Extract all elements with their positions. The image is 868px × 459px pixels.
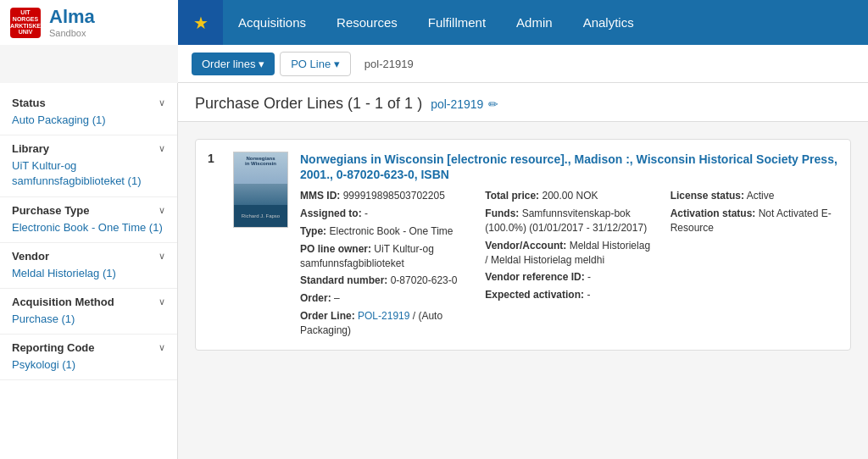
type-row: Type: Electronic Book - One Time xyxy=(300,224,468,239)
po-line-owner-label: PO line owner: xyxy=(300,243,371,255)
alma-logo: Alma Sandbox xyxy=(49,7,95,37)
book-cover-bottom: Richard J. Fapso xyxy=(234,205,287,227)
results-area: 1 Norwegiansin Wisconsin Richard J. Faps… xyxy=(178,122,868,359)
vendor-account-row: Vendor/Account: Meldal Historielag / Mel… xyxy=(485,239,653,268)
po-line-owner-row: PO line owner: UiT Kultur-og samfunnsfag… xyxy=(300,242,468,271)
sidebar-section-status: Status ∨ Auto Packaging (1) xyxy=(0,90,177,135)
nav-item-acquisitions[interactable]: Acquisitions xyxy=(223,0,321,45)
vendor-reference-id-value: - xyxy=(587,271,591,283)
item-number: 1 xyxy=(208,152,221,338)
sidebar-status-title: Status xyxy=(12,97,46,109)
total-price-row: Total price: 200.00 NOK xyxy=(485,189,653,203)
vendor-account-label: Vendor/Account: xyxy=(485,240,566,252)
pol-link[interactable]: pol-21919 xyxy=(431,97,483,111)
sidebar-section-vendor-header[interactable]: Vendor ∨ xyxy=(12,250,165,263)
sidebar-acquisition-method-title: Acquisition Method xyxy=(12,296,114,308)
expected-activation-value: - xyxy=(587,289,590,301)
sidebar-section-status-header[interactable]: Status ∨ xyxy=(12,97,165,109)
vendor-reference-id-label: Vendor reference ID: xyxy=(485,271,584,283)
activation-status-label: Activation status: xyxy=(670,207,756,219)
sidebar-section-purchase-type: Purchase Type ∨ Electronic Book - One Ti… xyxy=(0,197,177,243)
chevron-down-icon: ∨ xyxy=(159,342,165,353)
sidebar-section-reporting-code: Reporting Code ∨ Psykologi (1) xyxy=(0,335,177,380)
activation-status-row: Activation status: Not Activated E-Resou… xyxy=(670,207,838,235)
alma-text: Alma xyxy=(49,7,95,27)
order-row: Order: – xyxy=(300,291,468,306)
sidebar-section-acquisition-method-header[interactable]: Acquisition Method ∨ xyxy=(12,296,165,308)
expected-activation-row: Expected activation: - xyxy=(485,288,653,302)
content-area: Purchase Order Lines (1 - 1 of 1 ) pol-2… xyxy=(178,83,868,459)
page-subtitle: pol-21919 ✏ xyxy=(431,97,498,111)
breadcrumb-bar: Order lines ▾ PO Line ▾ pol-21919 xyxy=(178,45,868,83)
field-col-2: Total price: 200.00 NOK Funds: Samfunnsv… xyxy=(485,189,653,337)
table-row: 1 Norwegiansin Wisconsin Richard J. Faps… xyxy=(195,139,851,351)
logo-area: UITNORGESARKTISKEUNIV Alma Sandbox xyxy=(0,0,178,45)
item-fields: MMS ID: 999919898503702205 Assigned to: … xyxy=(300,189,838,337)
order-value: – xyxy=(334,292,340,304)
top-navigation: UITNORGESARKTISKEUNIV Alma Sandbox ★ Acq… xyxy=(0,0,868,45)
total-price-label: Total price: xyxy=(485,190,539,202)
sidebar-library-item[interactable]: UiT Kultur-og samfunnsfagbiblioteket (1) xyxy=(12,158,165,189)
mms-id-row: MMS ID: 999919898503702205 xyxy=(300,189,468,203)
sidebar: Status ∨ Auto Packaging (1) Library ∨ Ui… xyxy=(0,83,178,459)
sidebar-reporting-code-item[interactable]: Psykologi (1) xyxy=(12,357,165,373)
university-logo-icon: UITNORGESARKTISKEUNIV xyxy=(10,8,41,38)
sidebar-section-purchase-type-header[interactable]: Purchase Type ∨ xyxy=(12,204,165,217)
sidebar-status-item[interactable]: Auto Packaging (1) xyxy=(12,113,165,128)
license-status-value: Active xyxy=(747,190,775,202)
sidebar-purchase-type-item[interactable]: Electronic Book - One Time (1) xyxy=(12,220,165,235)
mms-id-value: 999919898503702205 xyxy=(343,190,445,202)
chevron-down-icon: ∨ xyxy=(159,97,165,108)
chevron-down-icon: ∨ xyxy=(159,251,165,262)
order-line-link[interactable]: POL-21919 xyxy=(358,310,409,322)
mms-id-label: MMS ID: xyxy=(300,190,340,202)
sidebar-section-reporting-code-header[interactable]: Reporting Code ∨ xyxy=(12,341,165,354)
sidebar-reporting-code-title: Reporting Code xyxy=(12,341,95,354)
nav-item-resources[interactable]: Resources xyxy=(321,0,413,45)
nav-item-fulfillment[interactable]: Fulfillment xyxy=(413,0,501,45)
edit-icon[interactable]: ✏ xyxy=(488,97,498,111)
sidebar-section-library-header[interactable]: Library ∨ xyxy=(12,142,165,155)
book-cover-thumbnail: Norwegiansin Wisconsin Richard J. Fapso xyxy=(233,152,288,228)
order-line-row: Order Line: POL-21919 / (Auto Packaging) xyxy=(300,309,468,338)
standard-number-value: 0-87020-623-0 xyxy=(391,274,458,286)
assigned-to-label: Assigned to: xyxy=(300,207,362,219)
page-title: Purchase Order Lines (1 - 1 of 1 ) xyxy=(195,95,422,113)
sandbox-text: Sandbox xyxy=(49,28,95,38)
favorites-button[interactable]: ★ xyxy=(178,0,223,45)
type-label: Type: xyxy=(300,225,326,237)
nav-items: Acquisitions Resources Fulfillment Admin… xyxy=(223,0,649,45)
page-header: Purchase Order Lines (1 - 1 of 1 ) pol-2… xyxy=(178,83,868,122)
funds-label: Funds: xyxy=(485,207,519,219)
sidebar-acquisition-method-item[interactable]: Purchase (1) xyxy=(12,312,165,327)
book-author-text: Richard J. Fapso xyxy=(242,213,280,218)
sidebar-section-library: Library ∨ UiT Kultur-og samfunnsfagbibli… xyxy=(0,135,177,196)
sidebar-section-acquisition-method: Acquisition Method ∨ Purchase (1) xyxy=(0,289,177,335)
assigned-to-value: - xyxy=(364,207,368,219)
type-value: Electronic Book - One Time xyxy=(329,225,453,237)
sidebar-section-vendor: Vendor ∨ Meldal Historielag (1) xyxy=(0,243,177,289)
item-details: Norwegians in Wisconsin [electronic reso… xyxy=(300,152,838,338)
book-cover-image-area: Norwegiansin Wisconsin xyxy=(234,152,287,205)
field-col-3: License status: Active Activation status… xyxy=(670,189,838,337)
expected-activation-label: Expected activation: xyxy=(485,289,584,301)
standard-number-row: Standard number: 0-87020-623-0 xyxy=(300,274,468,288)
order-label: Order: xyxy=(300,292,331,304)
main-layout: Status ∨ Auto Packaging (1) Library ∨ Ui… xyxy=(0,83,868,459)
sidebar-purchase-type-title: Purchase Type xyxy=(12,204,90,217)
sidebar-vendor-item[interactable]: Meldal Historielag (1) xyxy=(12,266,165,281)
nav-item-admin[interactable]: Admin xyxy=(501,0,568,45)
funds-row: Funds: Samfunnsvitenskap-bok (100.0%) (0… xyxy=(485,207,653,235)
vendor-reference-id-row: Vendor reference ID: - xyxy=(485,270,653,285)
assigned-to-row: Assigned to: - xyxy=(300,207,468,221)
standard-number-label: Standard number: xyxy=(300,274,387,286)
order-lines-button[interactable]: Order lines ▾ xyxy=(192,53,275,75)
po-line-button[interactable]: PO Line ▾ xyxy=(280,52,351,76)
nav-item-analytics[interactable]: Analytics xyxy=(568,0,649,45)
chevron-down-icon: ∨ xyxy=(159,296,165,307)
total-price-value: 200.00 NOK xyxy=(542,190,598,202)
chevron-down-icon: ∨ xyxy=(159,205,165,216)
field-col-1: MMS ID: 999919898503702205 Assigned to: … xyxy=(300,189,468,337)
sidebar-library-title: Library xyxy=(12,142,49,155)
item-title[interactable]: Norwegians in Wisconsin [electronic reso… xyxy=(300,152,838,182)
